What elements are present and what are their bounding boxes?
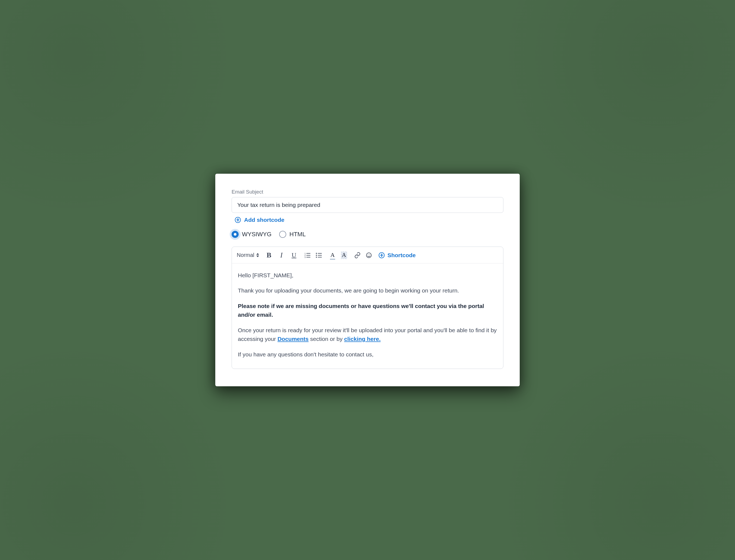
click-here-link[interactable]: clicking here.: [344, 336, 381, 342]
link-icon: [354, 252, 361, 259]
add-shortcode-button[interactable]: Add shortcode: [235, 217, 284, 223]
text-color-button[interactable]: A: [329, 251, 336, 259]
radio-html[interactable]: HTML: [279, 231, 306, 238]
link-button[interactable]: [354, 251, 361, 259]
unordered-list-icon: [316, 252, 322, 258]
body-paragraph-bold: Please note if we are missing documents …: [238, 302, 497, 319]
add-shortcode-label: Add shortcode: [244, 217, 284, 223]
rich-text-editor: Normal B I U 1 2 3: [232, 247, 503, 369]
editor-content[interactable]: Hello [FIRST_NAME], Thank you for upload…: [232, 263, 503, 369]
emoji-icon: [366, 252, 372, 259]
ordered-list-button[interactable]: 1 2 3: [304, 251, 311, 259]
svg-point-12: [366, 253, 371, 258]
radio-dot-icon: [232, 231, 239, 238]
highlight-button[interactable]: A: [340, 251, 348, 259]
body-closing: If you have any questions don't hesitate…: [238, 350, 497, 359]
svg-point-13: [368, 254, 368, 255]
plus-circle-icon: [235, 217, 241, 223]
subject-input[interactable]: [232, 197, 503, 213]
svg-point-6: [316, 253, 317, 254]
svg-point-14: [369, 254, 370, 255]
svg-text:3: 3: [304, 256, 306, 258]
body-paragraph: Thank you for uploading your documents, …: [238, 286, 497, 295]
insert-shortcode-button[interactable]: Shortcode: [379, 252, 416, 259]
radio-html-label: HTML: [289, 231, 306, 238]
italic-button[interactable]: I: [278, 251, 285, 259]
body-greeting: Hello [FIRST_NAME],: [238, 271, 497, 280]
bold-button[interactable]: B: [265, 251, 273, 259]
documents-link[interactable]: Documents: [278, 336, 309, 342]
ordered-list-icon: 1 2 3: [304, 252, 311, 258]
subject-label: Email Subject: [232, 189, 503, 195]
text-color-icon: A: [331, 251, 335, 259]
body-paragraph-links: Once your return is ready for your revie…: [238, 326, 497, 344]
format-dropdown[interactable]: Normal: [237, 252, 259, 258]
svg-point-8: [316, 255, 317, 256]
editor-mode-radio-group: WYSIWYG HTML: [232, 231, 503, 238]
underline-button[interactable]: U: [290, 251, 298, 259]
sort-icon: [256, 253, 259, 257]
highlight-icon: A: [341, 251, 347, 259]
emoji-button[interactable]: [365, 251, 373, 259]
svg-point-10: [316, 257, 317, 258]
radio-wysiwyg-label: WYSIWYG: [242, 231, 272, 238]
email-template-card: Email Subject Add shortcode WYSIWYG HTML…: [215, 174, 520, 387]
insert-shortcode-label: Shortcode: [387, 252, 416, 259]
unordered-list-button[interactable]: [315, 251, 323, 259]
radio-wysiwyg[interactable]: WYSIWYG: [232, 231, 272, 238]
editor-toolbar: Normal B I U 1 2 3: [232, 247, 503, 263]
format-dropdown-label: Normal: [237, 252, 254, 258]
radio-dot-icon: [279, 231, 286, 238]
plus-circle-icon: [379, 252, 385, 258]
